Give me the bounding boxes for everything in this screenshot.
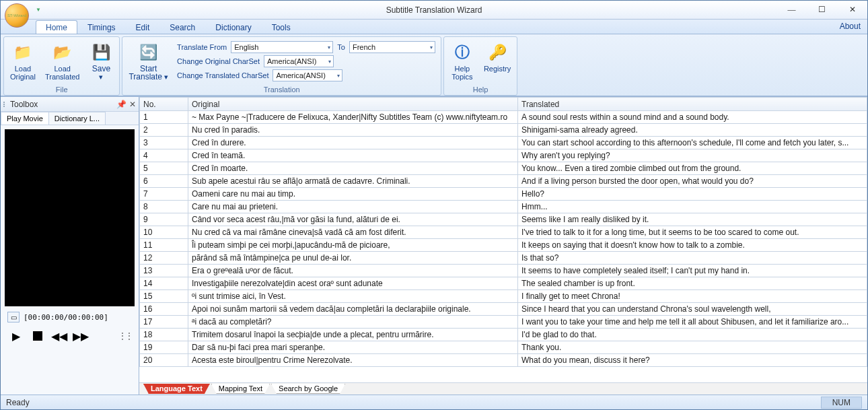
cell-no[interactable]: 19 [140,341,188,354]
cell-no[interactable]: 15 [140,290,188,303]
tab-timings[interactable]: Timings [77,20,126,34]
tab-edit[interactable]: Edit [126,20,160,34]
cell-original[interactable]: părând să mă întâmpine|ca pe unul de-ai … [188,252,518,265]
cell-translated[interactable]: The sealed chamber is up front. [518,277,867,290]
save-button[interactable]: 💾 Save▾ [85,40,116,83]
cell-no[interactable]: 3 [140,137,188,149]
more-controls-icon[interactable]: ⋮⋮ [118,331,132,341]
btab-search-google[interactable]: Search by Google [271,384,345,394]
col-no[interactable]: No. [140,98,188,111]
cell-original[interactable]: Dar să nu-þi faci prea mari speranþe. [188,341,518,354]
from-language-combo[interactable]: English [231,41,333,53]
about-link[interactable]: About [840,22,861,31]
sidebar-tab-play-movie[interactable]: Play Movie [1,112,49,125]
cell-original[interactable]: Trimitem dosarul înapoi la secþia|de und… [188,329,518,341]
cell-translated[interactable]: What do you mean, discuss it here? [518,354,867,367]
table-row[interactable]: 10Nu cred că va mai rămâne cineva|să vad… [140,226,867,239]
cell-no[interactable]: 8 [140,201,188,213]
cell-translated[interactable]: Why aren't you replying? [518,149,867,162]
cell-original[interactable]: Era o greºeală uºor de făcut. [188,265,518,277]
sidebar-tab-dictionary[interactable]: Dictionary L... [48,112,106,125]
stop-button[interactable] [29,328,46,344]
cell-original[interactable]: ªi dacă au completări? [188,316,518,329]
tr-charset-combo[interactable]: America(ANSI) [273,69,342,81]
table-row[interactable]: 14Investigaþiile nerezolvate|din acest o… [140,277,867,290]
cell-no[interactable]: 20 [140,354,188,367]
cell-no[interactable]: 13 [140,265,188,277]
cell-translated[interactable]: I've tried to talk to it for a long time… [518,226,867,239]
cell-no[interactable]: 1 [140,111,188,124]
tab-tools[interactable]: Tools [262,20,301,34]
cell-original[interactable]: Îi puteam simþi pe cei morþi,|apucându-m… [188,239,518,252]
table-row[interactable]: 7Oameni care nu mai au timp.Hello? [140,188,867,201]
tab-dictionary[interactable]: Dictionary [205,20,261,34]
cell-translated[interactable]: Is that so? [518,252,867,265]
table-row[interactable]: 6Sub apele acestui râu se află|o armată … [140,175,867,188]
cell-original[interactable]: Cred în teamă. [188,149,518,162]
cell-original[interactable]: Apoi noi sunăm martorii să vedem dacă|au… [188,303,518,316]
table-row[interactable]: 15ºi sunt trimise aici, în Vest.I finall… [140,290,867,303]
table-row[interactable]: 11Îi puteam simþi pe cei morþi,|apucându… [140,239,867,252]
col-original[interactable]: Original [188,98,518,111]
table-row[interactable]: 1~ Max Payne ~|Traducere de Felixuca, Xa… [140,111,867,124]
cell-translated[interactable]: You can start school according to this a… [518,137,867,149]
table-row[interactable]: 19Dar să nu-þi faci prea mari speranþe.T… [140,341,867,354]
cell-no[interactable]: 17 [140,316,188,329]
cell-no[interactable]: 2 [140,124,188,137]
cell-original[interactable]: ºi sunt trimise aici, în Vest. [188,290,518,303]
cell-original[interactable]: Când vor seca acest râu,|mă vor găsi la … [188,213,518,226]
maximize-button[interactable]: ☐ [807,2,837,18]
rewind-button[interactable]: ◀◀ [50,328,68,344]
cell-no[interactable]: 7 [140,188,188,201]
cell-translated[interactable]: Seems like I am really disliked by it. [518,213,867,226]
cell-original[interactable]: Nu cred că va mai rămâne cineva|să vadă … [188,226,518,239]
cell-original[interactable]: Sub apele acestui râu se află|o armată d… [188,175,518,188]
timecode-mode-button[interactable]: ▭ [7,312,20,322]
cell-translated[interactable]: Hello? [518,188,867,201]
cell-original[interactable]: Oameni care nu mai au timp. [188,188,518,201]
cell-no[interactable]: 10 [140,226,188,239]
panel-close-icon[interactable]: ✕ [129,100,136,109]
qat-dropdown-icon[interactable]: ▼ [36,7,41,13]
close-button[interactable]: ✕ [837,2,867,18]
tab-search[interactable]: Search [159,20,205,34]
help-topics-button[interactable]: ⓘ Help Topics [447,40,478,83]
orig-charset-combo[interactable]: America(ANSI) [264,55,334,67]
cell-original[interactable]: Nu cred în paradis. [188,124,518,137]
to-language-combo[interactable]: French [349,41,435,53]
table-row[interactable]: 18Trimitem dosarul înapoi la secþia|de u… [140,329,867,341]
cell-translated[interactable]: I'd be glad to do that. [518,329,867,341]
cell-translated[interactable]: Shinigami-sama already agreed. [518,124,867,137]
cell-no[interactable]: 18 [140,329,188,341]
table-row[interactable]: 4Cred în teamă.Why aren't you replying? [140,149,867,162]
cell-no[interactable]: 16 [140,303,188,316]
tab-home[interactable]: Home [36,20,77,34]
table-row[interactable]: 5Cred în moarte.You know... Even a tired… [140,162,867,175]
registry-button[interactable]: 🔑 Registry [480,40,514,75]
cell-original[interactable]: ~ Max Payne ~|Traducere de Felixuca, Xan… [188,111,518,124]
forward-button[interactable]: ▶▶ [72,328,89,344]
cell-no[interactable]: 14 [140,277,188,290]
cell-no[interactable]: 5 [140,162,188,175]
cell-translated[interactable]: Thank you. [518,341,867,354]
cell-original[interactable]: Care nu mai au prieteni. [188,201,518,213]
table-row[interactable]: 13Era o greºeală uºor de făcut.It seems … [140,265,867,277]
cell-translated[interactable]: And if a living person bursted the door … [518,175,867,188]
table-row[interactable]: 9Când vor seca acest râu,|mă vor găsi la… [140,213,867,226]
table-row[interactable]: 2Nu cred în paradis.Shinigami-sama alrea… [140,124,867,137]
table-row[interactable]: 20Acesta este biroul|pentru Crime Nerezo… [140,354,867,367]
cell-original[interactable]: Cred în moarte. [188,162,518,175]
cell-translated[interactable]: It seems to have completely sealed itsel… [518,265,867,277]
load-translated-button[interactable]: 📂 Load Translated [42,40,83,83]
cell-original[interactable]: Investigaþiile nerezolvate|din acest ora… [188,277,518,290]
col-translated[interactable]: Translated [518,98,867,111]
minimize-button[interactable]: — [776,2,807,18]
table-row[interactable]: 17ªi dacă au completări?I want you to ta… [140,316,867,329]
cell-translated[interactable]: I finally get to meet Chrona! [518,290,867,303]
cell-no[interactable]: 11 [140,239,188,252]
cell-original[interactable]: Cred în durere. [188,137,518,149]
cell-no[interactable]: 4 [140,149,188,162]
start-translate-button[interactable]: 🔄 Start Translate ▾ [125,40,172,83]
table-row[interactable]: 12părând să mă întâmpine|ca pe unul de-a… [140,252,867,265]
cell-translated[interactable]: A sound soul rests within a sound mind a… [518,111,867,124]
